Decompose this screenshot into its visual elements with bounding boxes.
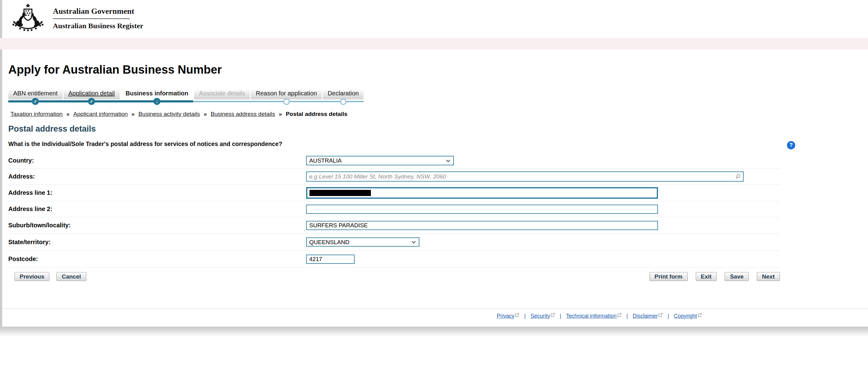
address-line2-label: Address line 2: (8, 205, 306, 212)
postcode-row: Postcode: (8, 250, 780, 268)
breadcrumb-separator: » (131, 111, 135, 117)
step-current-icon: ↓ (153, 98, 160, 105)
breadcrumb: Taxation information » Applicant informa… (8, 111, 780, 117)
address-line2-input[interactable] (306, 205, 658, 214)
external-link-icon (515, 313, 519, 317)
privacy-link[interactable]: Privacy (497, 313, 514, 319)
external-link-icon (617, 313, 621, 317)
address-search-input[interactable] (306, 171, 744, 181)
redaction-box (310, 190, 371, 196)
country-row: Country: AUSTRALIA (8, 153, 780, 169)
logo-divider (53, 19, 130, 19)
government-title: Australian Government (53, 7, 144, 16)
form-actions: Previous Cancel Print form Exit Save Nex… (8, 272, 780, 281)
page-footer: Privacy | Security | Technical informati… (0, 309, 868, 319)
address-line1-row: Address line 1: (8, 185, 780, 201)
search-icon[interactable] (735, 174, 741, 179)
save-button[interactable]: Save (724, 272, 749, 281)
exit-button[interactable]: Exit (696, 272, 717, 281)
page-title: Apply for Australian Business Number (8, 63, 780, 76)
technical-information-link[interactable]: Technical information (566, 313, 617, 319)
external-link-icon (551, 313, 555, 317)
section-heading: Postal address details (8, 124, 780, 134)
tab-declaration: Declaration (323, 87, 364, 99)
breadcrumb-taxation-information[interactable]: Taxation information (10, 111, 63, 117)
postal-address-form: Country: AUSTRALIA Address: Address line… (8, 153, 780, 268)
breadcrumb-current: Postal address details (286, 111, 347, 117)
external-link-icon (698, 313, 702, 317)
footer-separator: | (668, 313, 669, 319)
copyright-link[interactable]: Copyright (674, 313, 697, 319)
state-label: State/territory: (8, 239, 306, 246)
security-link[interactable]: Security (531, 313, 550, 319)
state-row: State/territory: QUEENSLAND (8, 234, 780, 250)
footer-separator: | (626, 313, 628, 319)
suburb-label: Suburb/town/locality: (8, 222, 306, 229)
next-button[interactable]: Next (757, 272, 780, 281)
address-label: Address: (8, 173, 306, 180)
postcode-label: Postcode: (8, 256, 306, 263)
external-link-icon (659, 313, 662, 317)
breadcrumb-applicant-information[interactable]: Applicant information (73, 111, 128, 117)
wizard-tabs: ABN entitlement ✓ Application detail ✓ B… (8, 87, 364, 99)
header-accent-bar (0, 38, 868, 49)
country-select[interactable]: AUSTRALIA (306, 156, 454, 165)
breadcrumb-separator: » (279, 111, 282, 117)
register-title: Australian Business Register (53, 22, 144, 30)
address-line2-row: Address line 2: (8, 201, 780, 217)
suburb-input[interactable] (306, 221, 658, 230)
previous-button[interactable]: Previous (14, 272, 50, 281)
suburb-row: Suburb/town/locality: (8, 217, 780, 234)
postcode-input[interactable] (306, 255, 354, 264)
address-search-row: Address: (8, 169, 780, 185)
step-complete-icon: ✓ (32, 98, 39, 105)
footer-separator: | (560, 313, 561, 319)
cancel-button[interactable]: Cancel (57, 272, 86, 281)
country-label: Country: (8, 157, 306, 164)
site-header: Australian Government Australian Busines… (9, 3, 144, 32)
footer-separator: | (524, 313, 526, 319)
disclaimer-link[interactable]: Disclaimer (633, 313, 658, 319)
form-question: What is the Individual/Sole Trader's pos… (8, 140, 780, 147)
address-line1-label: Address line 1: (8, 189, 306, 196)
breadcrumb-business-activity-details[interactable]: Business activity details (138, 111, 200, 117)
state-select[interactable]: QUEENSLAND (306, 237, 420, 247)
help-icon[interactable]: ? (787, 141, 795, 149)
coat-of-arms-icon (9, 3, 47, 32)
breadcrumb-separator: » (204, 111, 207, 117)
address-line1-field[interactable] (306, 187, 658, 199)
step-complete-icon: ✓ (88, 98, 95, 105)
step-upcoming-icon (283, 98, 289, 105)
step-upcoming-icon (340, 98, 346, 105)
tab-application-detail[interactable]: Application detail ✓ (64, 87, 120, 99)
tab-reason-for-application: Reason for application (251, 87, 322, 99)
print-form-button[interactable]: Print form (649, 272, 688, 281)
tab-associate-details: Associate details (194, 87, 250, 99)
page-bottom-shadow (0, 327, 868, 337)
tab-business-information[interactable]: Business information ↓ (121, 87, 193, 99)
breadcrumb-business-address-details[interactable]: Business address details (211, 111, 275, 117)
breadcrumb-separator: » (66, 111, 70, 117)
tab-abn-entitlement[interactable]: ABN entitlement ✓ (8, 87, 63, 99)
main-content: Apply for Australian Business Number ABN… (8, 49, 780, 281)
